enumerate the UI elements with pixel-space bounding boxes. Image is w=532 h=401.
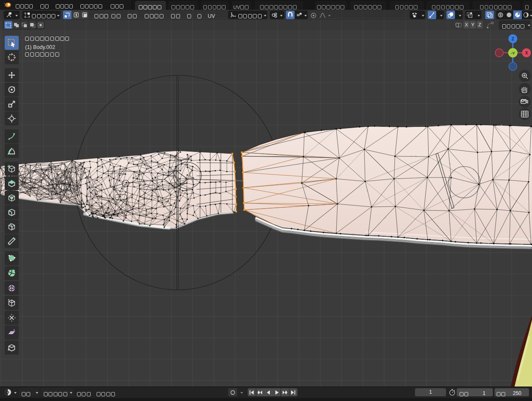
svg-text:-Y: -Y xyxy=(511,51,515,55)
svg-text:X: X xyxy=(525,51,528,55)
svg-text:Z: Z xyxy=(512,37,514,41)
